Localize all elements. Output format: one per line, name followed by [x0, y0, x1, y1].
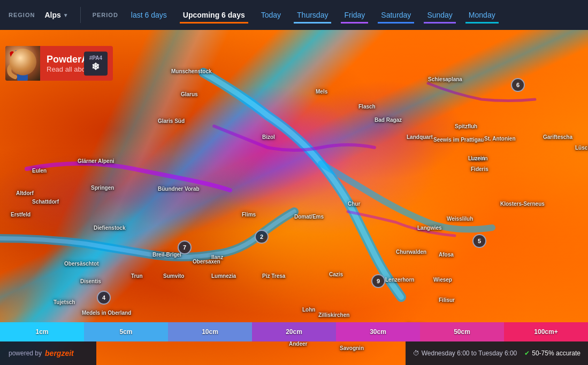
nav-separator — [80, 7, 81, 23]
svg-point-0 — [11, 49, 34, 73]
accuracy-percent: ✔ 50-75% accurate — [524, 350, 581, 357]
nav-sunday[interactable]: Sunday — [424, 9, 455, 21]
nav-upcoming6[interactable]: Upcoming 6 days — [180, 9, 248, 21]
svg-rect-4 — [15, 51, 30, 58]
chevron-down-icon: ▼ — [63, 12, 68, 18]
legend-segment: 1cm — [0, 322, 84, 341]
nav-last6[interactable]: last 6 days — [128, 9, 170, 21]
region-value: Alps — [44, 11, 60, 19]
svg-point-2 — [18, 56, 21, 59]
powder-alert-badge: #PA4 ❄ — [84, 51, 108, 75]
region-selector[interactable]: Alps ▼ — [44, 11, 68, 19]
nav-monday[interactable]: Monday — [465, 9, 499, 21]
accuracy-bar: ⏱ Wednesday 6:00 to Tuesday 6:00 ✔ 50-75… — [406, 341, 588, 365]
powder-alert-banner[interactable]: PowderAlert! Read all about it #PA4 ❄ — [5, 46, 113, 81]
legend-segment: 5cm — [84, 322, 168, 341]
map-marker-m4[interactable]: 4 — [97, 291, 111, 305]
bottom-bar: powered by bergzeit ⏱ Wednesday 6:00 to … — [0, 341, 588, 365]
period-label: PERIOD — [93, 12, 118, 18]
powered-by: powered by bergzeit — [0, 341, 96, 365]
avatar — [5, 46, 40, 81]
nav-friday[interactable]: Friday — [341, 9, 368, 21]
map-marker-m5[interactable]: 5 — [472, 234, 486, 248]
accuracy-time-label: Wednesday 6:00 to Tuesday 6:00 — [422, 350, 517, 357]
map-marker-m7[interactable]: 7 — [178, 240, 192, 254]
avatar-image — [5, 46, 40, 81]
svg-point-3 — [24, 56, 27, 59]
svg-point-6 — [18, 63, 27, 67]
legend-segment: 10cm — [168, 322, 252, 341]
nav-today[interactable]: Today — [258, 9, 284, 21]
snowflake-icon: ❄ — [91, 60, 100, 72]
legend-segment: 20cm — [252, 322, 336, 341]
accuracy-time: ⏱ Wednesday 6:00 to Tuesday 6:00 — [413, 350, 517, 357]
svg-rect-8 — [17, 66, 28, 81]
svg-rect-5 — [15, 50, 30, 53]
svg-point-1 — [14, 51, 31, 68]
accuracy-pct-label: 50-75% accurate — [532, 350, 581, 357]
clock-icon: ⏱ — [413, 350, 419, 357]
powered-by-label: powered by — [9, 350, 42, 357]
nav-thursday[interactable]: Thursday — [294, 9, 331, 21]
map-marker-m2[interactable]: 2 — [255, 230, 269, 244]
badge-text: #PA4 — [89, 55, 102, 60]
map-marker-m6[interactable]: 6 — [511, 78, 525, 92]
legend-segment: 50cm — [420, 322, 504, 341]
legend-segment: 30cm — [336, 322, 420, 341]
svg-rect-7 — [10, 51, 17, 62]
region-label: REGION — [9, 12, 35, 18]
legend-bar: 1cm5cm10cm20cm30cm50cm100cm+ — [0, 322, 588, 341]
navbar: REGION Alps ▼ PERIOD last 6 days Upcomin… — [0, 0, 588, 30]
bergzeit-brand: bergzeit — [45, 349, 74, 358]
legend-segment: 100cm+ — [504, 322, 588, 341]
map-container: MelsFlaschBad RagazGlarusGlaris SüdLandq… — [0, 30, 588, 365]
nav-saturday[interactable]: Saturday — [378, 9, 414, 21]
map-marker-m9[interactable]: 9 — [371, 274, 385, 288]
check-icon: ✔ — [524, 350, 530, 357]
